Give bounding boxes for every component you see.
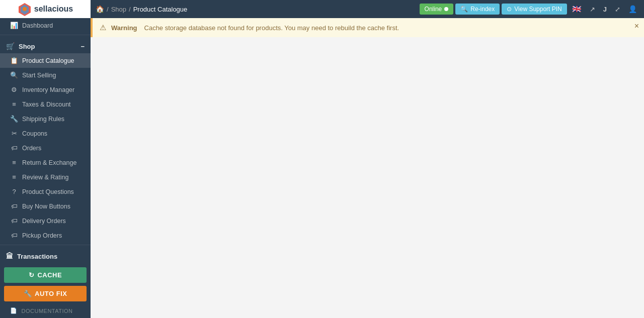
- sidebar-item-product-catalogue[interactable]: 📋 Product Catalogue: [0, 53, 91, 68]
- online-label: Online: [425, 6, 442, 13]
- sidebar-item-pickup-orders[interactable]: 🏷 Pickup Orders: [0, 228, 91, 243]
- collapse-icon[interactable]: −: [80, 43, 85, 50]
- sidebar-item-dashboard[interactable]: 📊 Dashboard: [0, 18, 91, 33]
- review-icon: ≡: [10, 173, 18, 181]
- reindex-button[interactable]: 🔍 Re-index: [455, 4, 500, 15]
- sidebar-section-shop[interactable]: 🛒 Shop −: [0, 37, 91, 53]
- reindex-label: Re-index: [470, 6, 495, 13]
- dashboard-icon: 📊: [10, 22, 18, 29]
- sidebar-item-dashboard-label: Dashboard: [22, 22, 53, 29]
- top-navbar: sellacious 🏠 / Shop / Product Catalogue …: [0, 0, 644, 18]
- cache-icon: ↻: [29, 271, 35, 279]
- sidebar-item-product-questions[interactable]: ? Product Questions: [0, 184, 91, 199]
- warning-banner: ⚠ Warning Cache storage database not fou…: [91, 18, 644, 37]
- sidebar-item-coupons-label: Coupons: [22, 130, 47, 137]
- cache-button[interactable]: ↻ CACHE: [4, 267, 87, 283]
- buy-now-icon: 🏷: [10, 202, 18, 210]
- sidebar-item-pickup-label: Pickup Orders: [22, 232, 62, 239]
- breadcrumb-current: Product Catalogue: [133, 6, 188, 13]
- logo-text: sellacious: [34, 5, 73, 14]
- shop-label: Shop: [19, 43, 35, 50]
- autofix-button[interactable]: 🔧 AUTO FIX: [4, 286, 87, 301]
- transactions-icon: 🏛: [6, 252, 13, 260]
- support-pin-label: View Support PIN: [514, 6, 562, 13]
- doc-label: DOCUMENTATION: [22, 308, 73, 314]
- sidebar-item-orders-label: Orders: [22, 145, 41, 152]
- questions-icon: ?: [10, 188, 18, 195]
- flag-icon: 🇬🇧: [572, 5, 582, 14]
- breadcrumb: 🏠 / Shop / Product Catalogue: [91, 5, 420, 13]
- sidebar-item-inventory-label: Inventory Manager: [22, 86, 74, 93]
- home-icon[interactable]: 🏠: [96, 5, 104, 13]
- sidebar-item-delivery-orders[interactable]: 🏷 Delivery Orders: [0, 214, 91, 228]
- external-link-button[interactable]: ↗: [587, 4, 598, 15]
- joomla-icon: J: [603, 6, 607, 13]
- expand-icon: ⤢: [615, 6, 620, 13]
- sidebar-item-review-label: Review & Rating: [22, 174, 68, 181]
- sidebar-item-return-exchange[interactable]: ≡ Return & Exchange: [0, 155, 91, 170]
- sidebar-item-start-selling-label: Start Selling: [22, 72, 56, 79]
- sidebar-item-return-label: Return & Exchange: [22, 159, 76, 166]
- external-link-icon: ↗: [590, 6, 595, 13]
- delivery-icon: 🏷: [10, 217, 18, 225]
- sidebar-divider-2: [0, 245, 91, 245]
- sidebar-item-product-catalogue-label: Product Catalogue: [22, 57, 74, 64]
- search-icon: 🔍: [460, 6, 468, 13]
- taxes-icon: ≡: [10, 100, 18, 108]
- flag-button[interactable]: 🇬🇧: [569, 3, 585, 16]
- sidebar-bottom: ↻ CACHE 🔧 AUTO FIX 📄 DOCUMENTATION 💬 SUP…: [0, 263, 91, 318]
- autofix-label: AUTO FIX: [35, 290, 67, 297]
- breadcrumb-shop[interactable]: Shop: [111, 6, 126, 13]
- warning-icon: ⚠: [100, 23, 106, 32]
- navbar-actions: Online 🔍 Re-index ⊙ View Support PIN 🇬🇧 …: [420, 3, 644, 16]
- user-button[interactable]: 👤: [625, 3, 640, 15]
- sidebar-item-questions-label: Product Questions: [22, 188, 74, 195]
- shipping-icon: 🔧: [10, 115, 18, 123]
- coupons-icon: ✂: [10, 130, 18, 137]
- sidebar-item-buy-now-buttons[interactable]: 🏷 Buy Now Buttons: [0, 199, 91, 214]
- svg-point-2: [23, 7, 27, 11]
- pin-icon: ⊙: [507, 6, 512, 13]
- shop-icon: 🛒: [6, 42, 15, 50]
- warning-close-button[interactable]: ×: [634, 22, 639, 30]
- orders-icon: 🏷: [10, 144, 18, 152]
- breadcrumb-sep1: /: [107, 6, 109, 13]
- pickup-icon: 🏷: [10, 232, 18, 239]
- sidebar-item-buy-now-label: Buy Now Buttons: [22, 203, 70, 210]
- online-button[interactable]: Online: [420, 4, 454, 15]
- breadcrumb-sep2: /: [129, 6, 131, 13]
- warning-label: Warning: [111, 24, 137, 32]
- cache-label: CACHE: [37, 271, 62, 279]
- return-icon: ≡: [10, 159, 18, 166]
- sidebar: 📊 Dashboard 🛒 Shop − 📋 Product Catalogue…: [0, 18, 91, 318]
- sidebar-item-delivery-label: Delivery Orders: [22, 218, 66, 225]
- sidebar-divider-1: [0, 35, 91, 35]
- sidebar-item-taxes-label: Taxes & Discount: [22, 101, 71, 108]
- sidebar-documentation[interactable]: 📄 DOCUMENTATION: [4, 304, 87, 317]
- sidebar-item-inventory-manager[interactable]: ⚙ Inventory Manager: [0, 82, 91, 97]
- support-pin-button[interactable]: ⊙ View Support PIN: [502, 4, 567, 15]
- sidebar-item-shipping-rules[interactable]: 🔧 Shipping Rules: [0, 112, 91, 126]
- sidebar-item-orders[interactable]: 🏷 Orders: [0, 141, 91, 155]
- main-layout: 📊 Dashboard 🛒 Shop − 📋 Product Catalogue…: [0, 18, 644, 318]
- transactions-label: Transactions: [17, 253, 57, 260]
- doc-icon: 📄: [10, 307, 18, 314]
- sidebar-item-shipping-label: Shipping Rules: [22, 116, 64, 123]
- sidebar-section-transactions[interactable]: 🏛 Transactions: [0, 247, 91, 263]
- user-icon: 👤: [628, 5, 637, 13]
- autofix-icon: 🔧: [24, 290, 32, 297]
- expand-button[interactable]: ⤢: [612, 4, 623, 15]
- sidebar-item-review-rating[interactable]: ≡ Review & Rating: [0, 170, 91, 184]
- sidebar-item-start-selling[interactable]: 🔍 Start Selling: [0, 68, 91, 82]
- inventory-icon: ⚙: [10, 86, 18, 93]
- joomla-button[interactable]: J: [600, 4, 610, 15]
- warning-message: Cache storage database not found for pro…: [144, 24, 399, 32]
- logo: sellacious: [0, 0, 91, 18]
- content-area: ⚠ Warning Cache storage database not fou…: [91, 18, 644, 318]
- sidebar-item-coupons[interactable]: ✂ Coupons: [0, 126, 91, 141]
- sidebar-item-taxes-discount[interactable]: ≡ Taxes & Discount: [0, 97, 91, 112]
- online-dot: [444, 7, 448, 11]
- product-catalogue-icon: 📋: [10, 57, 18, 64]
- start-selling-icon: 🔍: [10, 71, 18, 79]
